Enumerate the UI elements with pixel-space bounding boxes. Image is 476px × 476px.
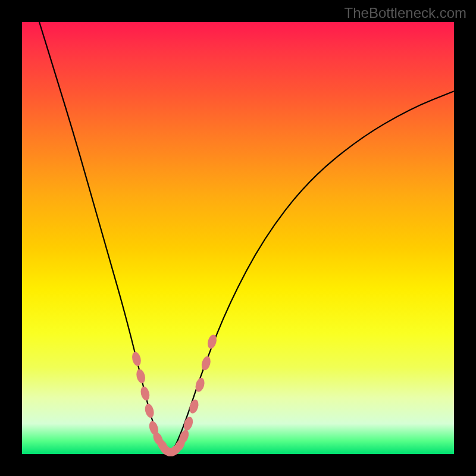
highlight-dot [131,351,142,367]
bottleneck-curve [39,22,454,451]
highlight-dot [200,355,212,371]
highlight-dot [135,368,146,384]
watermark-text: TheBottleneck.com [345,5,466,21]
highlight-dot [139,386,151,402]
chart-svg [22,22,454,454]
curve-path [39,22,454,451]
highlight-dot [188,399,200,415]
highlight-dots [131,334,218,458]
highlight-dot [143,403,155,419]
